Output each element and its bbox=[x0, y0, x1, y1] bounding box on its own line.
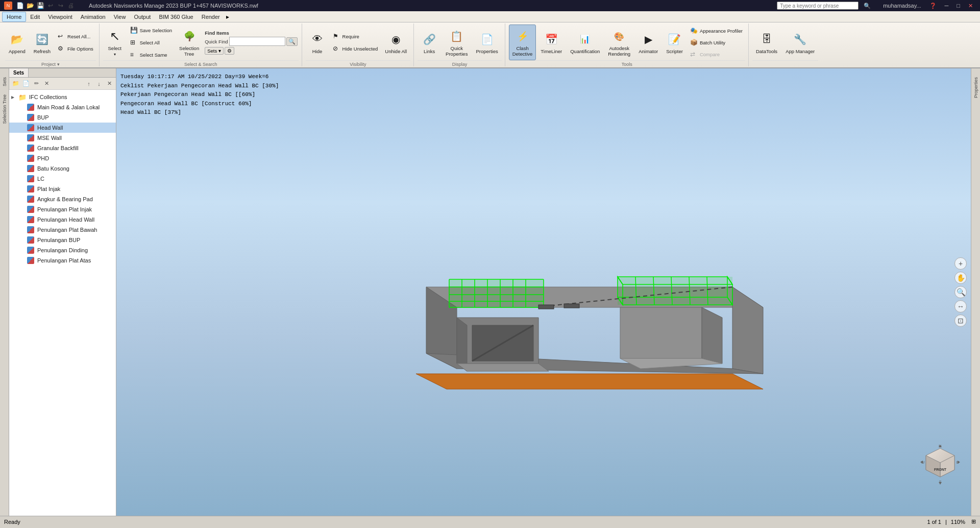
hide-unselected-button[interactable]: ⊘ Hide Unselected bbox=[330, 43, 381, 54]
appearance-profiler-button[interactable]: 🎭 Appearance Profiler bbox=[688, 25, 745, 36]
tree-item-head_wall[interactable]: Head Wall bbox=[9, 123, 116, 133]
svg-marker-10 bbox=[620, 307, 702, 358]
require-button[interactable]: ⚑ Require bbox=[330, 31, 381, 42]
left-vtabs: Sets Selection Tree bbox=[0, 68, 9, 516]
save-selection-button[interactable]: 💾 Save Selection bbox=[128, 25, 175, 36]
append-button[interactable]: 📂 Append bbox=[5, 25, 29, 60]
qa-save[interactable]: 💾 bbox=[36, 1, 45, 10]
visibility-group-label: Visibility bbox=[306, 60, 411, 67]
quantification-button[interactable]: 📊 Quantification bbox=[567, 25, 603, 60]
select-button[interactable]: ↖ Select ▾ bbox=[103, 25, 127, 60]
tree-item-main_road[interactable]: Main Road & Jalan Lokal bbox=[9, 102, 116, 112]
close-btn[interactable]: ✕ bbox=[965, 2, 976, 10]
quantification-label: Quantification bbox=[570, 49, 600, 54]
panel-new-folder[interactable]: 📁 bbox=[11, 79, 20, 88]
datatools-button[interactable]: 🗄 DataTools bbox=[752, 25, 781, 60]
tree-item-penulangan_head_wall[interactable]: Penulangan Head Wall bbox=[9, 214, 116, 225]
viewport-3d[interactable]: Tuesday 10:17:17 AM 10/25/2022 Day=39 We… bbox=[116, 68, 971, 516]
scripter-button[interactable]: 📝 Scripter bbox=[663, 25, 687, 60]
tree-item-mse_wall[interactable]: MSE Wall bbox=[9, 133, 116, 143]
qa-open[interactable]: 📂 bbox=[26, 1, 35, 10]
menu-animation[interactable]: Animation bbox=[77, 12, 110, 21]
sets-manage[interactable]: ⚙ bbox=[225, 47, 234, 55]
properties-button[interactable]: 📄 Properties bbox=[472, 25, 501, 60]
vtab-selection-tree[interactable]: Selection Tree bbox=[1, 91, 9, 128]
app-manager-button[interactable]: 🔧 App Manager bbox=[782, 25, 818, 60]
batch-utility-button[interactable]: 📦 Batch Utility bbox=[688, 37, 745, 48]
nav-zoom-in[interactable]: + bbox=[954, 257, 967, 270]
tree-item-angkur[interactable]: Angkur & Bearing Pad bbox=[9, 194, 116, 204]
nav-zoom[interactable]: 🔍 bbox=[954, 286, 967, 298]
quick-properties-button[interactable]: 📋 QuickProperties bbox=[442, 25, 471, 60]
tree-item-penulangan_dinding[interactable]: Penulangan Dinding bbox=[9, 245, 116, 255]
menu-render[interactable]: Render bbox=[198, 12, 224, 21]
qa-new[interactable]: 📄 bbox=[15, 1, 24, 10]
menu-viewpoint[interactable]: Viewpoint bbox=[44, 12, 77, 21]
menu-edit[interactable]: Edit bbox=[26, 12, 44, 21]
zoom-level: 110% bbox=[951, 519, 965, 525]
tree-item-granular_backfill[interactable]: Granular Backfill bbox=[9, 143, 116, 153]
select-dropdown[interactable]: ▾ bbox=[114, 52, 116, 57]
sets-dropdown[interactable]: Sets ▾ bbox=[205, 47, 224, 55]
svg-marker-7 bbox=[457, 364, 549, 371]
selection-tree-button[interactable]: 🌳 SelectionTree bbox=[176, 25, 203, 60]
tree-item-plat_injak[interactable]: Plat Injak bbox=[9, 184, 116, 194]
select-same-button[interactable]: ≡ Select Same bbox=[128, 49, 175, 60]
menu-view[interactable]: View bbox=[110, 12, 130, 21]
panel-sort-desc[interactable]: ↓ bbox=[94, 79, 104, 88]
qa-print[interactable]: 🖨 bbox=[66, 1, 76, 10]
tree-item-penulangan_plat_atas[interactable]: Penulangan Plat Atas bbox=[9, 255, 116, 266]
panel-sort-asc[interactable]: ↑ bbox=[84, 79, 93, 88]
minimize-btn[interactable]: ─ bbox=[942, 2, 952, 9]
tree-label-main_road: Main Road & Jalan Lokal bbox=[37, 104, 100, 110]
search-icon[interactable]: 🔍 bbox=[861, 2, 874, 10]
tree-view[interactable]: ▶📁IFC Collections Main Road & Jalan Loka… bbox=[9, 90, 116, 516]
clash-detective-button[interactable]: ⚡ ClashDetective bbox=[509, 25, 536, 60]
tree-item-bup[interactable]: BUP bbox=[9, 112, 116, 123]
tree-item-penulangan_plat_injak[interactable]: Penulangan Plat Injak bbox=[9, 204, 116, 214]
tree-item-batu_kosong[interactable]: Batu Kosong bbox=[9, 163, 116, 174]
nav-fit[interactable]: ⊡ bbox=[954, 315, 967, 327]
reset-all-button[interactable]: ↩ Reset All... bbox=[55, 31, 96, 42]
hide-button[interactable]: 👁 Hide bbox=[306, 25, 329, 60]
compare-button[interactable]: ⇄ Compare bbox=[688, 49, 745, 60]
nav-cube[interactable]: FRONT N E S W bbox=[920, 444, 961, 485]
nav-orbit[interactable]: ↔ bbox=[954, 300, 967, 313]
autodesk-rendering-button[interactable]: 🎨 AutodeskRendering bbox=[604, 25, 634, 60]
file-options-button[interactable]: ⚙ File Options bbox=[55, 43, 96, 54]
help-icon[interactable]: ❓ bbox=[926, 2, 940, 10]
qa-redo[interactable]: ↪ bbox=[56, 1, 65, 10]
quick-find-go-button[interactable]: 🔍 bbox=[286, 37, 298, 46]
tree-item-phd[interactable]: PHD bbox=[9, 153, 116, 163]
animator-button[interactable]: ▶ Animator bbox=[635, 25, 662, 60]
tree-item-lc[interactable]: LC bbox=[9, 174, 116, 184]
title-text: Autodesk Navisworks Manage 2023 BUP 1+45… bbox=[89, 3, 258, 9]
vtab-sets[interactable]: Sets bbox=[1, 74, 9, 90]
menu-home[interactable]: Home bbox=[2, 12, 26, 22]
more-menu[interactable]: ▸ bbox=[224, 13, 231, 20]
panel-close[interactable]: ✕ bbox=[105, 79, 114, 88]
vtab-properties[interactable]: Properties bbox=[972, 74, 980, 102]
unhide-all-button[interactable]: ◉ Unhide All bbox=[381, 25, 410, 60]
qa-undo[interactable]: ↩ bbox=[46, 1, 55, 10]
tree-icon-bup bbox=[27, 114, 34, 121]
panel-rename[interactable]: ✏ bbox=[32, 79, 41, 88]
quick-find-input[interactable] bbox=[229, 37, 285, 46]
nav-pan[interactable]: ✋ bbox=[954, 272, 967, 284]
select-all-button[interactable]: ⊞ Select All bbox=[128, 37, 175, 48]
links-button[interactable]: 🔗 Links bbox=[418, 25, 441, 60]
tree-item-penulangan_bup[interactable]: Penulangan BUP bbox=[9, 235, 116, 245]
panel-tab-sets[interactable]: Sets bbox=[9, 68, 29, 77]
refresh-button[interactable]: 🔄 Refresh bbox=[30, 25, 54, 60]
menu-output[interactable]: Output bbox=[130, 12, 155, 21]
search-input[interactable] bbox=[777, 2, 859, 10]
menu-bim360[interactable]: BIM 360 Glue bbox=[155, 12, 197, 21]
panel-delete[interactable]: ✕ bbox=[42, 79, 51, 88]
file-options-icon: ⚙ bbox=[58, 45, 66, 52]
panel-new-set[interactable]: 📄 bbox=[21, 79, 31, 88]
timeliner-button[interactable]: 📅 TimeLiner bbox=[537, 25, 566, 60]
status-expand[interactable]: ⊞ bbox=[971, 518, 976, 525]
tree-item-ifc_collections[interactable]: ▶📁IFC Collections bbox=[9, 92, 116, 102]
maximize-btn[interactable]: □ bbox=[953, 2, 963, 9]
tree-item-penulangan_plat_bawah[interactable]: Penulangan Plat Bawah bbox=[9, 225, 116, 235]
